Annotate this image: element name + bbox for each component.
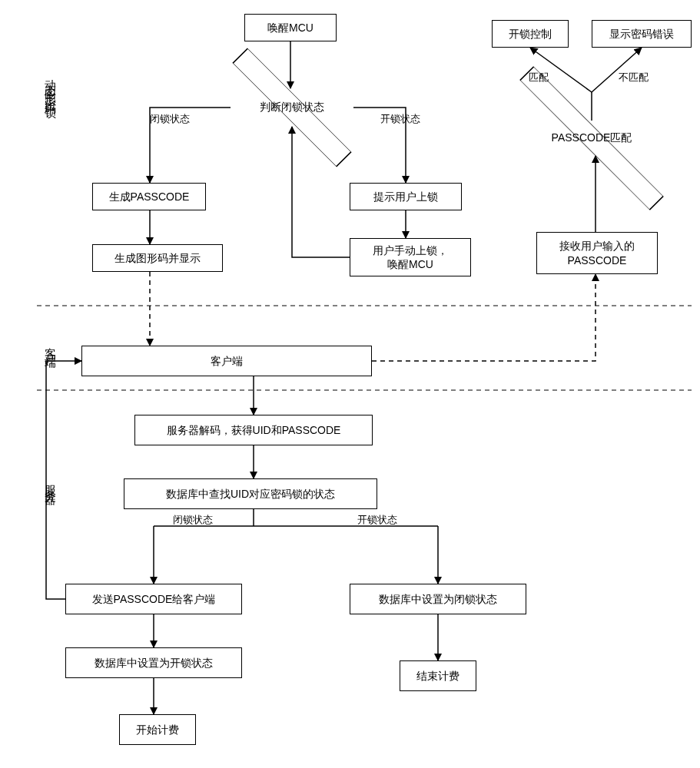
node-db-lookup: 数据库中查找UID对应密码锁的状态 xyxy=(124,478,377,509)
node-set-unlock: 数据库中设置为开锁状态 xyxy=(65,647,242,678)
node-show-error: 显示密码错误 xyxy=(592,20,692,48)
edge-label-nomatch: 不匹配 xyxy=(619,71,649,84)
node-client: 客户端 xyxy=(81,346,372,376)
edge-label-locked2: 闭锁状态 xyxy=(173,513,213,527)
lane-label-lock: 动态图形密码锁 xyxy=(43,71,58,103)
node-wake-mcu: 唤醒MCU xyxy=(244,14,337,41)
node-manual-lock: 用户手动上锁， 唤醒MCU xyxy=(350,238,471,276)
node-passcode-match: PASSCODE匹配 xyxy=(534,121,649,156)
lane-label-client: 客户端 xyxy=(43,338,58,352)
edge-label-locked: 闭锁状态 xyxy=(150,112,190,126)
edge-label-unlocked2: 开锁状态 xyxy=(357,513,397,527)
node-end-billing: 结束计费 xyxy=(400,660,476,691)
node-judge-lock-label: 判断闭锁状态 xyxy=(260,101,324,114)
edge-label-unlocked: 开锁状态 xyxy=(380,112,420,126)
edge-label-match: 匹配 xyxy=(529,71,549,84)
node-unlock-ctrl: 开锁控制 xyxy=(492,20,569,48)
node-prompt-lock: 提示用户上锁 xyxy=(350,183,462,210)
node-recv-passcode: 接收用户输入的 PASSCODE xyxy=(536,232,658,274)
lane-label-server: 服务器 xyxy=(43,476,58,490)
node-gen-passcode: 生成PASSCODE xyxy=(92,183,206,210)
node-set-lock: 数据库中设置为闭锁状态 xyxy=(350,584,526,614)
node-start-billing: 开始计费 xyxy=(119,714,196,745)
node-judge-lock: 判断闭锁状态 xyxy=(246,88,338,127)
node-gen-qr: 生成图形码并显示 xyxy=(92,244,223,272)
node-send-passcode: 发送PASSCODE给客户端 xyxy=(65,584,242,614)
svg-line-18 xyxy=(592,48,642,92)
node-server-decode: 服务器解码，获得UID和PASSCODE xyxy=(134,415,373,445)
node-passcode-match-label: PASSCODE匹配 xyxy=(552,131,632,145)
